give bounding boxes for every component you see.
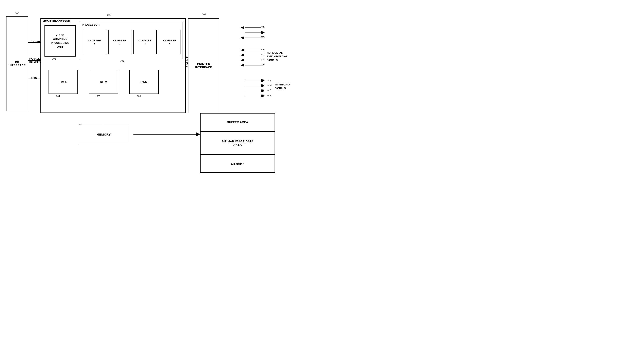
vgpu-box: VIDEOGRAPHICSPROCESSINGUNIT xyxy=(45,25,76,56)
memory-box: MEMORY xyxy=(78,125,129,144)
cluster4-box: CLUSTER4 xyxy=(159,30,181,54)
svg-marker-16 xyxy=(241,54,244,56)
ref-301: 301 xyxy=(107,14,111,16)
ref-304: 304 xyxy=(56,95,60,97)
library-label: LIBRARY xyxy=(231,162,244,165)
svg-marker-12 xyxy=(241,36,244,39)
printer-interface-box: PRINTERINTERFACE xyxy=(188,18,219,113)
y1-label: → Y xyxy=(267,79,271,82)
ref-211: 211 xyxy=(261,84,264,86)
rom-label: ROM xyxy=(100,80,107,84)
buffer-area-box: BUFFER AREA xyxy=(200,113,275,131)
rom-box: ROM xyxy=(89,70,118,94)
ram-label: RAM xyxy=(141,80,148,84)
svg-marker-14 xyxy=(241,49,244,52)
m1-label: → M xyxy=(267,84,271,86)
tcp-ip-label: TCP/IP xyxy=(31,40,40,43)
svg-marker-8 xyxy=(241,26,244,29)
cluster4-label: CLUSTER4 xyxy=(163,39,176,45)
parallel-label: PARALLELINTERFACE xyxy=(29,57,42,63)
media-processor-label: MEDIA PROCESSOR xyxy=(43,20,70,23)
io-interface-label: I/OINTERFACE xyxy=(9,60,26,67)
ref-205: 205 xyxy=(261,26,264,28)
ref-213: 213 xyxy=(261,94,264,96)
k1-label: → K xyxy=(267,94,271,96)
ref-306: 306 xyxy=(137,95,141,97)
ref-308: 308 xyxy=(79,123,82,126)
cluster2-box: CLUSTER2 xyxy=(108,30,131,54)
ref-209: 209 xyxy=(261,64,264,66)
ref-207: 207 xyxy=(261,53,264,56)
ref-307: 307 xyxy=(15,12,19,14)
ref-303: 303 xyxy=(120,60,124,62)
bitmap-area-box: BIT MAP IMAGE DATAAREA xyxy=(200,131,275,154)
svg-marker-18 xyxy=(241,59,244,62)
buffer-area-label: BUFFER AREA xyxy=(227,120,248,124)
ref-214: 214 xyxy=(261,31,264,33)
vgpu-label: VIDEOGRAPHICSPROCESSINGUNIT xyxy=(51,33,70,49)
ref-305: 305 xyxy=(97,95,100,97)
printer-interface-label: PRINTERINTERFACE xyxy=(195,62,212,69)
horiz-signals-label: HORIZONTALSYNCHRONIZINGSIGNALS xyxy=(267,51,299,62)
cluster3-label: CLUSTER3 xyxy=(139,39,152,45)
library-box: LIBRARY xyxy=(200,154,275,173)
dma-box: DMA xyxy=(49,70,78,94)
ref-206: 206 xyxy=(261,48,264,51)
c1-label: → C xyxy=(267,89,271,92)
cluster3-box: CLUSTER3 xyxy=(133,30,157,54)
ref-215: 215 xyxy=(261,36,264,38)
bitmap-area-label: BIT MAP IMAGE DATAAREA xyxy=(222,140,253,146)
usb-label: USB xyxy=(31,77,37,80)
cluster2-label: CLUSTER2 xyxy=(113,39,126,45)
dma-label: DMA xyxy=(60,80,67,84)
svg-marker-6 xyxy=(196,132,200,136)
ref-302: 302 xyxy=(52,58,56,60)
ref-309: 309 xyxy=(202,13,206,16)
ram-box: RAM xyxy=(129,70,159,94)
cluster1-box: CLUSTER1 xyxy=(83,30,106,54)
io-interface-box: I/OINTERFACE xyxy=(6,16,28,111)
ref-212: 212 xyxy=(261,89,264,92)
ref-208: 208 xyxy=(261,58,264,61)
processor-label: PROCESSOR xyxy=(82,23,100,26)
memory-label: MEMORY xyxy=(97,133,111,136)
ymck-label: YMCK xyxy=(185,54,188,68)
image-data-signals-label: IMAGE-DATASIGNALS xyxy=(275,83,303,90)
cluster1-label: CLUSTER1 xyxy=(88,39,101,45)
ref-210: 210 xyxy=(261,79,264,82)
svg-marker-20 xyxy=(241,64,244,67)
